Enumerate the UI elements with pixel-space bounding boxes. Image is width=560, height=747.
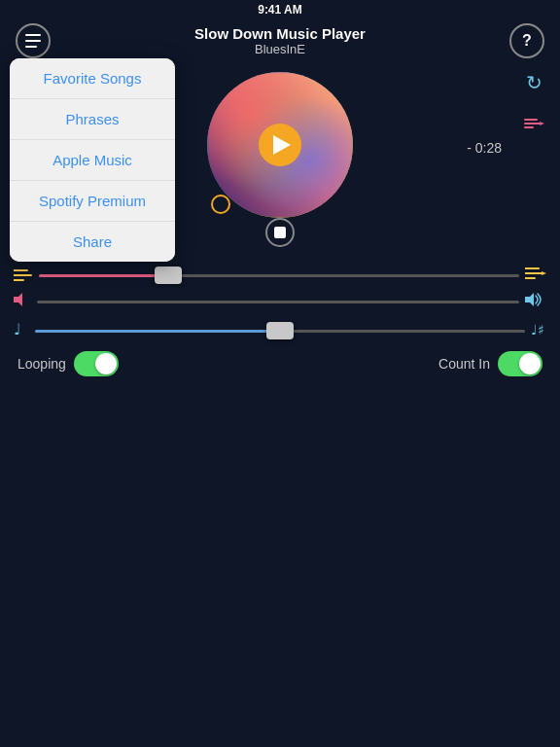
looping-knob xyxy=(95,353,117,374)
app-title: Slow Down Music Player xyxy=(194,25,366,42)
menu-item-spotify-premium[interactable]: Spotify Premium xyxy=(10,181,175,222)
right-icons-panel: ↻ xyxy=(517,66,550,140)
loop-indicator xyxy=(211,195,230,214)
svg-marker-10 xyxy=(542,271,546,275)
stop-icon xyxy=(274,227,286,238)
count-in-group: Count In xyxy=(438,351,542,376)
svg-marker-12 xyxy=(525,293,534,306)
header: Slow Down Music Player BluesInE ? xyxy=(0,19,560,62)
eq-button[interactable] xyxy=(517,107,550,140)
play-icon xyxy=(273,135,291,155)
song-title: BluesInE xyxy=(194,42,366,56)
help-icon: ? xyxy=(522,32,532,50)
toggle-row: Looping Count In xyxy=(14,351,546,376)
pitch-track[interactable] xyxy=(35,330,525,333)
svg-text:♩: ♩ xyxy=(14,321,21,338)
play-button[interactable] xyxy=(259,124,301,166)
menu-item-share[interactable]: Share xyxy=(10,222,175,262)
hamburger-icon xyxy=(25,34,41,48)
menu-item-apple-music[interactable]: Apple Music xyxy=(10,140,175,181)
menu-item-favorite-songs[interactable]: Favorite Songs xyxy=(10,58,175,99)
looping-toggle[interactable] xyxy=(74,351,119,376)
help-button[interactable]: ? xyxy=(509,23,544,58)
speed-thumb[interactable] xyxy=(155,267,182,284)
refresh-button[interactable]: ↻ xyxy=(517,66,550,99)
count-in-knob xyxy=(519,353,541,374)
looping-label: Looping xyxy=(18,356,66,372)
speed-track[interactable] xyxy=(39,274,519,277)
header-title-block: Slow Down Music Player BluesInE xyxy=(194,25,366,56)
pitch-thumb[interactable] xyxy=(266,322,294,339)
stop-button[interactable] xyxy=(265,218,295,247)
pitch-row: ♩ ♩♯ xyxy=(14,320,546,341)
album-art-wrapper xyxy=(207,72,353,218)
status-bar: 9:41 AM xyxy=(0,0,560,19)
volume-high-icon xyxy=(525,292,546,312)
speed-right-icon xyxy=(525,267,546,284)
controls-area: ♩ ♩♯ Looping Count In xyxy=(0,257,560,386)
svg-marker-3 xyxy=(540,122,544,125)
menu-item-phrases[interactable]: Phrases xyxy=(10,99,175,140)
speed-left-icon xyxy=(14,268,33,282)
svg-marker-11 xyxy=(14,293,22,306)
looping-group: Looping xyxy=(18,351,119,376)
count-in-label: Count In xyxy=(438,356,490,372)
menu-button[interactable] xyxy=(16,23,51,58)
eq-icon-svg xyxy=(523,116,544,131)
volume-low-icon xyxy=(14,292,31,312)
volume-row xyxy=(14,292,546,312)
svg-text:♩♯: ♩♯ xyxy=(531,323,544,338)
pitch-right-icon: ♩♯ xyxy=(531,320,546,341)
dropdown-menu: Favorite Songs Phrases Apple Music Spoti… xyxy=(10,58,175,262)
volume-track[interactable] xyxy=(37,301,519,303)
time-display: - 0:28 xyxy=(467,140,502,156)
speed-row xyxy=(14,267,546,284)
pitch-left-icon: ♩ xyxy=(14,320,29,341)
count-in-toggle[interactable] xyxy=(498,351,542,376)
status-time: 9:41 AM xyxy=(258,3,302,17)
